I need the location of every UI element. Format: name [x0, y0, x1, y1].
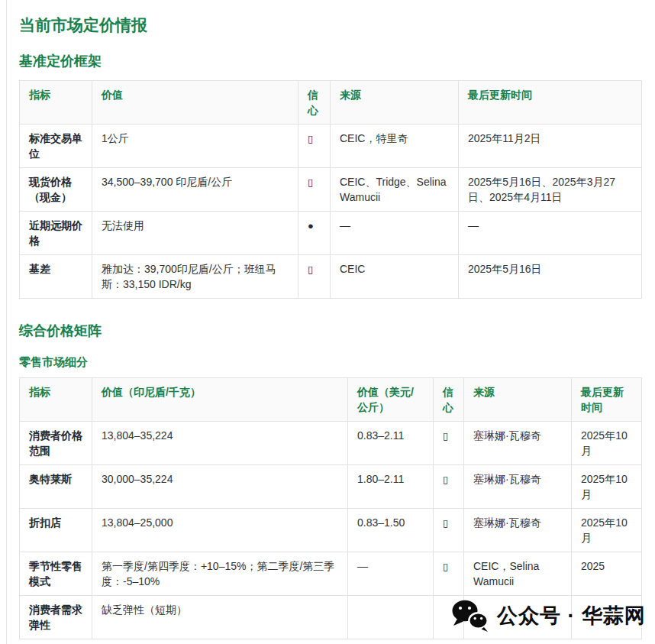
- usd-value-cell: —: [348, 552, 434, 596]
- page-title: 当前市场定价情报: [19, 15, 641, 34]
- updated-cell: 2025年10月: [572, 422, 642, 465]
- updated-cell: —: [459, 212, 642, 255]
- source-cell: CEIC: [331, 255, 459, 299]
- idr-value-cell: 13,804–35,224: [92, 422, 348, 465]
- updated-cell: 2025年5月16日、2025年3月27日、2025年4月11日: [459, 168, 642, 212]
- wechat-watermark: 公众号 · 华蒜网: [450, 599, 646, 633]
- updated-cell: 2025: [572, 552, 642, 596]
- report-page: 当前市场定价情报 基准定价框架 指标 价值 信心 来源 最后更新时间 标准交易单…: [0, 0, 655, 644]
- source-cell: CEIC、Tridge、Selina Wamucii: [331, 168, 459, 212]
- usd-value-cell: 0.83–1.50: [348, 509, 434, 552]
- updated-cell: 2025年5月16日: [459, 255, 642, 299]
- column-header-idr-value: 价值（印尼盾/千克）: [92, 378, 348, 422]
- indicator-cell: 奥特莱斯: [20, 465, 92, 509]
- watermark-text: 公众号 · 华蒜网: [497, 602, 646, 629]
- column-header-confidence: 信心: [298, 81, 331, 125]
- table-header-row: 指标 价值（印尼盾/千克） 价值（美元/公斤） 信心 来源 最后更新时间: [20, 378, 642, 422]
- column-header-confidence: 信心: [434, 378, 464, 422]
- confidence-cell: ▯: [298, 255, 331, 299]
- confidence-cell: ▯: [434, 465, 464, 509]
- column-header-updated: 最后更新时间: [572, 378, 642, 422]
- missing-glyph-icon: ▯: [443, 517, 448, 529]
- table-row: 折扣店 13,804–25,000 0.83–1.50 ▯ 塞琳娜·瓦穆奇 20…: [20, 509, 642, 552]
- value-cell: 34,500–39,700 印尼盾/公斤: [92, 168, 298, 212]
- value-cell: 雅加达：39,700印尼盾/公斤；班纽马斯：33,150 IDR/kg: [92, 255, 298, 299]
- benchmark-pricing-table: 指标 价值 信心 来源 最后更新时间 标准交易单位 1公斤 ▯ CEIC，特里奇…: [19, 80, 642, 299]
- column-header-updated: 最后更新时间: [459, 81, 642, 125]
- updated-cell: 2025年10月: [572, 509, 642, 552]
- missing-glyph-icon: ▯: [308, 133, 313, 144]
- confidence-cell: ●: [298, 212, 331, 255]
- indicator-cell: 季节性零售模式: [20, 552, 92, 596]
- missing-glyph-icon: ▯: [443, 561, 448, 572]
- table-row: 现货价格（现金） 34,500–39,700 印尼盾/公斤 ▯ CEIC、Tri…: [20, 168, 642, 212]
- confidence-cell: ▯: [298, 125, 331, 168]
- missing-glyph-icon: ▯: [443, 474, 448, 485]
- missing-glyph-icon: ▯: [443, 430, 448, 442]
- idr-value-cell: 13,804–25,000: [92, 509, 348, 552]
- usd-value-cell: [348, 596, 434, 639]
- updated-cell: 2025年10月: [572, 465, 642, 509]
- source-cell: 塞琳娜·瓦穆奇: [464, 509, 572, 552]
- source-cell: CEIC，Selina Wamucii: [464, 552, 572, 596]
- missing-glyph-icon: ▯: [308, 264, 313, 275]
- confidence-cell: ▯: [298, 168, 331, 212]
- report-content: 当前市场定价情报 基准定价框架 指标 价值 信心 来源 最后更新时间 标准交易单…: [19, 0, 641, 639]
- table-row: 消费者价格范围 13,804–35,224 0.83–2.11 ▯ 塞琳娜·瓦穆…: [20, 422, 642, 465]
- usd-value-cell: 1.80–2.11: [348, 465, 434, 509]
- column-header-source: 来源: [464, 378, 572, 422]
- subsection-heading-retail: 零售市场细分: [19, 354, 641, 369]
- column-header-usd-value: 价值（美元/公斤）: [348, 378, 434, 422]
- confidence-cell: ▯: [434, 422, 464, 465]
- column-header-indicator: 指标: [20, 81, 92, 125]
- missing-glyph-icon: ▯: [308, 176, 313, 188]
- indicator-cell: 折扣店: [20, 509, 92, 552]
- table-row: 基差 雅加达：39,700印尼盾/公斤；班纽马斯：33,150 IDR/kg ▯…: [20, 255, 642, 299]
- indicator-cell: 基差: [20, 255, 92, 299]
- value-cell: 无法使用: [92, 212, 298, 255]
- indicator-cell: 近期远期价格: [20, 212, 92, 255]
- table-row: 季节性零售模式 第一季度/第四季度：+10–15%；第二季度/第三季度：-5–1…: [20, 552, 642, 596]
- column-header-indicator: 指标: [20, 378, 92, 422]
- indicator-cell: 消费者价格范围: [20, 422, 92, 465]
- section-heading-benchmark: 基准定价框架: [19, 53, 641, 70]
- confidence-cell: ▯: [434, 509, 464, 552]
- table-header-row: 指标 价值 信心 来源 最后更新时间: [20, 81, 642, 125]
- source-cell: CEIC，特里奇: [331, 125, 459, 168]
- indicator-cell: 消费者需求弹性: [20, 596, 92, 639]
- wechat-icon: [450, 599, 490, 633]
- filled-circle-icon: ●: [308, 220, 314, 231]
- table-row: 奥特莱斯 30,000–35,224 1.80–2.11 ▯ 塞琳娜·瓦穆奇 2…: [20, 465, 642, 509]
- table-row: 近期远期价格 无法使用 ● — —: [20, 212, 642, 255]
- idr-value-cell: 30,000–35,224: [92, 465, 348, 509]
- confidence-cell: ▯: [434, 552, 464, 596]
- left-edge-divider: [6, 0, 7, 644]
- usd-value-cell: 0.83–2.11: [348, 422, 434, 465]
- source-cell: —: [331, 212, 459, 255]
- indicator-cell: 现货价格（现金）: [20, 168, 92, 212]
- value-cell: 1公斤: [92, 125, 298, 168]
- section-heading-matrix: 综合价格矩阵: [19, 322, 641, 339]
- column-header-value: 价值: [92, 81, 298, 125]
- source-cell: 塞琳娜·瓦穆奇: [464, 465, 572, 509]
- idr-value-cell: 缺乏弹性（短期）: [92, 596, 348, 639]
- indicator-cell: 标准交易单位: [20, 125, 92, 168]
- updated-cell: 2025年11月2日: [459, 125, 642, 168]
- idr-value-cell: 第一季度/第四季度：+10–15%；第二季度/第三季度：-5–10%: [92, 552, 348, 596]
- source-cell: 塞琳娜·瓦穆奇: [464, 422, 572, 465]
- column-header-source: 来源: [331, 81, 459, 125]
- table-row: 标准交易单位 1公斤 ▯ CEIC，特里奇 2025年11月2日: [20, 125, 642, 168]
